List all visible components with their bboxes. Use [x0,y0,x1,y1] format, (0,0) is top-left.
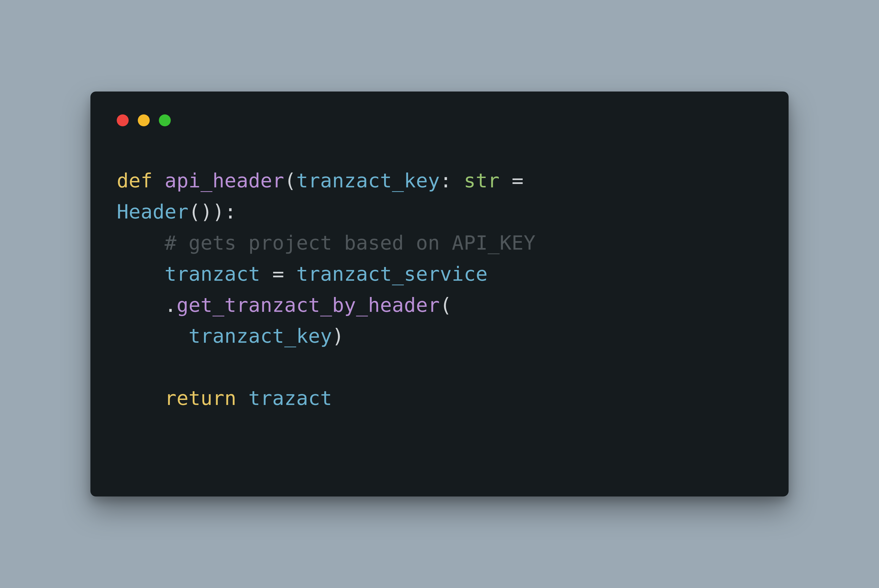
call-close: ()): [189,200,236,223]
equals: = [500,169,536,192]
indent [117,294,165,316]
keyword-return: return [165,387,236,410]
code-line-5: .get_tranzact_by_header( [117,294,452,316]
paren-close: ) [332,324,344,347]
code-line-2: Header()): [117,200,236,223]
paren-open: ( [440,294,452,316]
minimize-icon[interactable] [138,114,150,126]
traffic-lights [117,114,762,126]
code-line-3: # gets project based on API_KEY [117,231,536,254]
class-name: Header [117,200,189,223]
space [236,387,248,410]
method-name: get_tranzact_by_header [176,294,440,316]
maximize-icon[interactable] [159,114,171,126]
indent [117,262,165,285]
keyword-def: def [117,169,153,192]
comment: # gets project based on API_KEY [165,231,536,254]
return-value: trazact [248,387,332,410]
code-line-7-blank [117,356,129,378]
indent [117,387,165,410]
variable: tranzact [165,262,260,285]
function-name: api_header [165,169,284,192]
space [153,169,165,192]
code-line-8: return trazact [117,387,332,410]
code-line-6: tranzact_key) [117,324,344,347]
indent [117,231,165,254]
dot: . [165,294,176,316]
equals: = [260,262,296,285]
argument: tranzact_key [189,324,332,347]
colon: : [440,169,464,192]
code-line-1: def api_header(tranzact_key: str = [117,169,536,192]
code-window: def api_header(tranzact_key: str = Heade… [90,92,789,496]
param-name: tranzact_key [296,169,440,192]
close-icon[interactable] [117,114,129,126]
code-line-4: tranzact = tranzact_service [117,262,488,285]
identifier: tranzact_service [296,262,488,285]
indent [117,324,189,347]
code-editor-content: def api_header(tranzact_key: str = Heade… [117,165,762,414]
paren-open: ( [284,169,296,192]
type-annotation: str [464,169,500,192]
